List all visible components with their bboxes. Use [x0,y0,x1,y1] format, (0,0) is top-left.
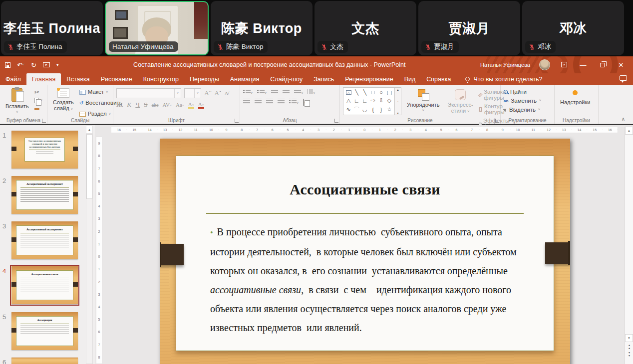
font-color-button[interactable]: А˅ [198,101,204,109]
align-center-button[interactable] [255,99,262,105]
paragraph-dialog-launcher[interactable] [334,119,338,123]
participant-tile-3[interactable]: 陈豪 Виктор 陈豪 Виктор [211,1,313,55]
convert-to-smartart-button[interactable]: ˅ [303,99,306,105]
down-arrow-shape-icon[interactable]: ⇩ [379,97,383,104]
tab-help[interactable]: Справка [421,73,456,85]
tab-slideshow[interactable]: Слайд-шоу [265,73,308,85]
columns-button[interactable]: ˅ [289,99,299,105]
tab-insert[interactable]: Вставка [61,73,95,85]
arrow-line-shape-icon[interactable]: ╲ [363,89,367,96]
line-shape-icon[interactable]: ╲ [355,89,358,96]
replace-button[interactable]: abЗаменить˅ [504,98,541,104]
tab-home[interactable]: Главная [26,73,61,85]
slide-title[interactable]: Ассоциативные связи [176,181,554,198]
comments-icon[interactable] [620,75,627,81]
right-arrow-shape-icon[interactable]: ⇨ [371,97,375,104]
previous-slide-button[interactable]: ▲▲ [625,344,633,350]
font-dialog-launcher[interactable] [235,119,239,123]
shapes-scroll-more-icon[interactable]: ▾ [397,111,398,115]
slide-thumbnail-6[interactable]: 6 [11,358,78,364]
bullets-button[interactable]: ˅ [243,89,253,95]
participant-tile-6[interactable]: 邓冰 邓冰 [522,1,624,55]
thumbnail-scroll-up-icon[interactable]: ▲ [86,126,92,134]
underline-button[interactable]: Ч [135,101,140,109]
minimize-button[interactable]: — [578,61,588,69]
grow-font-button[interactable]: Аˆ [204,89,211,97]
change-case-button[interactable]: Aa˅ [176,102,184,108]
start-slideshow-button[interactable] [43,62,50,67]
scroll-up-icon[interactable]: ▲ [625,127,633,135]
justify-button[interactable] [278,99,285,105]
new-slide-button[interactable]: Создатьслайд ˅ [50,87,76,116]
save-button[interactable] [5,62,10,68]
participant-tile-2-active-speaker[interactable]: Наталья Уфимцева [105,1,209,55]
shapes-gallery[interactable]: A ╲ ╲ □ ○ ▢ △ ∟ ∟ ⇨ ⇩ ◇ ∿ ⌒ ◡ { } [343,87,395,115]
clipboard-dialog-launcher[interactable] [42,119,46,123]
restore-button[interactable] [597,61,607,69]
tab-file[interactable]: Файл [0,73,26,85]
bold-button[interactable]: Ж [116,101,123,109]
drawing-dialog-launcher[interactable] [495,119,499,123]
curve-shape-icon[interactable]: ⌒ [354,106,359,113]
shapes-gallery-scrollbar[interactable]: ▴ · ▾ [395,87,401,115]
text-direction-button[interactable]: ˅ [308,89,315,95]
addins-button[interactable]: Надстройки [558,87,593,116]
tab-review[interactable]: Рецензирование [339,73,399,85]
slide-thumbnail-4-selected[interactable]: 4 Ассоциативные связи [11,266,78,304]
tab-view[interactable]: Вид [399,73,421,85]
next-slide-button[interactable]: ▼▼ [625,351,633,358]
tab-draw[interactable]: Рисование [95,73,138,85]
participant-tile-1[interactable]: 李佳玉 Полина 李佳玉 Полина [1,1,103,55]
thumbnail-scrollbar-thumb[interactable] [86,134,92,199]
abc-strike-button[interactable]: abc [152,102,159,108]
tab-animations[interactable]: Анимация [225,73,265,85]
arrange-button[interactable]: Упорядочить ˅ [404,87,442,116]
scroll-down-icon[interactable]: ▼ [625,334,633,342]
highlight-color-button[interactable]: А˅ [188,101,194,109]
text-box-shape-icon[interactable]: A [346,90,351,95]
thumbnail-panel-scrollbar[interactable]: ▲ [86,126,93,364]
tab-transitions[interactable]: Переходы [184,73,225,85]
tab-record[interactable]: Запись [308,73,339,85]
editor-scrollbar[interactable]: ▲ ▼ ▲▲ ▼▼ [625,127,633,364]
left-brace-shape-icon[interactable]: { [372,107,374,113]
redo-button[interactable]: ↻ [31,61,36,69]
copy-button[interactable]: ˅ [34,98,42,103]
collapse-ribbon-button[interactable]: ∧ [622,116,625,122]
font-name-combobox[interactable]: ˅ [116,88,181,98]
font-size-combobox[interactable]: ˅ [184,88,201,98]
triangle-shape-icon[interactable]: △ [346,97,350,104]
slide-thumbnail-3[interactable]: 3 Ассоциативный эксперимент [11,221,78,259]
rectangle-shape-icon[interactable]: □ [371,89,375,95]
connector-shape-icon[interactable]: ∟ [354,98,359,104]
increase-indent-button[interactable] [283,89,290,95]
arc-shape-icon[interactable]: ◡ [362,106,367,113]
format-painter-button[interactable] [34,105,42,110]
character-spacing-button[interactable]: AV˅ [163,102,172,108]
decrease-indent-button[interactable] [271,89,278,95]
quick-styles-button[interactable]: Экспресс-стили ˅ [445,87,475,116]
participant-tile-5[interactable]: 贾淑月 贾淑月 [418,1,520,55]
right-brace-shape-icon[interactable]: } [380,107,382,113]
oval-shape-icon[interactable]: ○ [379,89,383,95]
select-button[interactable]: Выделить˅ [504,107,541,113]
italic-button[interactable]: К [127,101,131,109]
close-button[interactable]: ✕ [616,61,626,69]
participant-tile-4[interactable]: 文杰 文杰 [315,1,416,55]
rounded-rectangle-shape-icon[interactable]: ▢ [387,89,392,96]
shapes-scroll-up-icon[interactable]: ▴ [397,88,398,91]
slide-canvas[interactable]: Ассоциативные связи •В процессе приобрет… [160,139,570,364]
freeform-shape-icon[interactable]: ∿ [346,106,351,113]
align-right-button[interactable] [266,99,273,105]
slide-thumbnail-2[interactable]: 2 Ассоциативный эксперимент [11,176,78,214]
shrink-font-button[interactable]: Аˇ [214,89,221,97]
star-shape-icon[interactable]: ☆ [387,106,392,113]
tab-design[interactable]: Конструктор [138,73,184,85]
slide-thumbnail-5[interactable]: 5 Ассоциации [11,312,78,350]
slide-body-text[interactable]: •В процессе приобретения личностью субъе… [210,222,527,337]
ribbon-display-options-button[interactable] [559,61,569,69]
slide-thumbnail-1[interactable]: 1 Составление ассоциативных словарей и п… [11,131,78,169]
numbering-button[interactable]: ˅ [257,89,267,95]
strikethrough-button[interactable]: S [144,101,148,109]
align-left-button[interactable] [243,99,250,105]
